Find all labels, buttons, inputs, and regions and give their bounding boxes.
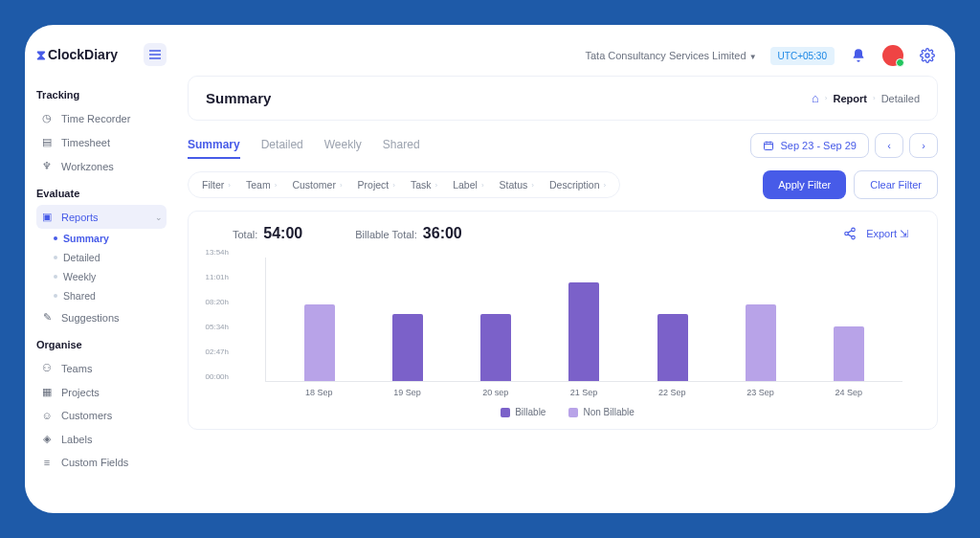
bullet-icon <box>54 275 57 279</box>
logo-row: ⧗ ClockDiary <box>36 39 167 79</box>
filter-task[interactable]: Task› <box>411 179 437 191</box>
chart-bars <box>266 258 902 381</box>
subnav-shared[interactable]: Shared <box>54 286 167 305</box>
calendar-icon <box>763 140 774 151</box>
breadcrumb-report[interactable]: Report <box>834 93 867 104</box>
sidebar-item-projects[interactable]: ▦Projects <box>36 380 167 404</box>
filter-status[interactable]: Status› <box>500 179 534 191</box>
filter-project[interactable]: Project› <box>358 179 395 191</box>
x-axis-labels: 18 Sep19 Sep20 sep21 Sep22 Sep23 Sep24 S… <box>265 382 902 397</box>
sidebar-item-suggestions[interactable]: ✎Suggestions <box>36 305 167 329</box>
prev-range-button[interactable]: ‹ <box>875 133 903 158</box>
home-icon[interactable]: ⌂ <box>812 91 819 105</box>
timezone-badge: UTC+05:30 <box>770 47 835 65</box>
export-button[interactable]: Export ⇲ <box>866 228 908 240</box>
sidebar-item-timesheet[interactable]: ▤Timesheet <box>36 130 167 154</box>
chart-bar[interactable] <box>746 304 776 381</box>
x-tick-label: 23 Sep <box>716 388 804 397</box>
sidebar-item-time-recorder[interactable]: ◷Time Recorder <box>36 106 167 130</box>
chart-bar[interactable] <box>304 304 335 381</box>
chevron-right-icon: › <box>604 181 607 190</box>
export-controls: Export ⇲ <box>843 227 908 240</box>
tab-shared[interactable]: Shared <box>383 132 420 159</box>
y-tick-label: 11:01h <box>206 273 229 281</box>
sidebar-item-labels[interactable]: ◈Labels <box>36 427 167 451</box>
tab-detailed[interactable]: Detailed <box>261 132 303 159</box>
subnav-detailed[interactable]: Detailed <box>54 248 167 267</box>
suggestions-icon: ✎ <box>40 311 54 324</box>
chevron-right-icon: › <box>481 181 484 190</box>
export-icon: ⇲ <box>900 228 908 239</box>
section-evaluate-title: Evaluate <box>36 188 167 199</box>
teams-icon: ⚇ <box>40 362 54 374</box>
subnav-weekly[interactable]: Weekly <box>54 267 167 286</box>
notifications-button[interactable] <box>848 45 869 66</box>
x-tick-label: 20 sep <box>452 388 540 397</box>
subnav-summary[interactable]: Summary <box>54 229 167 248</box>
chart-bar[interactable] <box>392 314 423 381</box>
sidebar: ⧗ ClockDiary Tracking ◷Time Recorder ▤Ti… <box>25 39 178 513</box>
company-selector[interactable]: Tata Consultancy Services Limited ▼ <box>585 50 756 61</box>
tab-weekly[interactable]: Weekly <box>324 132 362 159</box>
sidebar-item-custom-fields[interactable]: ≡Custom Fields <box>36 451 167 474</box>
x-tick-label: 22 Sep <box>628 388 716 397</box>
swatch-icon <box>568 408 578 417</box>
svg-point-0 <box>925 54 929 57</box>
x-tick-label: 19 Sep <box>363 388 451 397</box>
chart-bar[interactable] <box>834 326 864 381</box>
clear-filter-button[interactable]: Clear Filter <box>854 170 938 199</box>
chart-bar[interactable] <box>657 314 688 381</box>
share-button[interactable] <box>843 227 857 240</box>
date-range-picker[interactable]: Sep 23 - Sep 29 <box>750 133 869 158</box>
sidebar-item-teams[interactable]: ⚇Teams <box>36 356 167 380</box>
tab-summary[interactable]: Summary <box>188 132 240 159</box>
chevron-down-icon: ⌄ <box>155 213 163 222</box>
bar-column <box>364 258 452 381</box>
bullet-icon <box>54 294 57 298</box>
bar-column <box>629 258 717 381</box>
chevron-right-icon: › <box>275 181 278 190</box>
swatch-icon <box>501 408 510 417</box>
bullet-icon <box>54 236 57 240</box>
filter-team[interactable]: Team› <box>246 179 277 191</box>
chart-bar[interactable] <box>568 282 599 381</box>
sidebar-item-reports[interactable]: ▣Reports⌄ <box>36 205 167 229</box>
user-avatar[interactable] <box>882 45 903 66</box>
chevron-left-icon: ‹ <box>887 140 891 151</box>
next-range-button[interactable]: › <box>909 133 938 158</box>
svg-rect-1 <box>765 143 773 150</box>
chart-bar[interactable] <box>480 314 511 381</box>
sidebar-item-customers[interactable]: ☺Customers <box>36 404 167 427</box>
settings-button[interactable] <box>917 45 938 66</box>
logo: ⧗ ClockDiary <box>36 47 118 63</box>
page-title: Summary <box>206 90 271 106</box>
bullet-icon <box>54 256 57 259</box>
bar-column <box>717 258 805 381</box>
gear-icon <box>920 48 935 63</box>
chart: 13:54h11:01h08:20h05:34h02:47h00:00h 18 … <box>206 252 920 421</box>
breadcrumb-detailed[interactable]: Detailed <box>881 93 920 104</box>
legend-nonbillable: Non Billable <box>568 407 634 417</box>
bar-column <box>452 258 540 381</box>
chart-grid <box>265 258 902 382</box>
brand-name: ClockDiary <box>48 47 118 62</box>
customers-icon: ☺ <box>40 410 54 421</box>
main-content: Tata Consultancy Services Limited ▼ UTC+… <box>178 39 955 513</box>
filter-filter[interactable]: Filter› <box>202 179 231 191</box>
stats-row: Total:54:00 Billable Total:36:00 Export … <box>206 221 920 252</box>
sidebar-item-workzones[interactable]: ♆Workzones <box>36 154 167 178</box>
filter-description[interactable]: Description› <box>549 179 606 191</box>
y-axis-labels: 13:54h11:01h08:20h05:34h02:47h00:00h <box>206 252 234 376</box>
filter-customer[interactable]: Customer› <box>292 179 342 191</box>
apply-filter-button[interactable]: Apply Filter <box>763 170 846 199</box>
share-icon <box>843 227 857 240</box>
stat-billable: Billable Total:36:00 <box>355 225 462 242</box>
chevron-right-icon: › <box>873 94 876 102</box>
filter-row: Filter› Team› Customer› Project› Task› L… <box>188 170 938 199</box>
svg-point-4 <box>852 235 856 239</box>
filter-label[interactable]: Label› <box>453 179 483 191</box>
menu-toggle-button[interactable] <box>144 43 167 66</box>
y-tick-label: 05:34h <box>206 323 229 331</box>
hourglass-icon: ⧗ <box>36 47 46 63</box>
date-controls: Sep 23 - Sep 29 ‹ › <box>750 133 938 158</box>
